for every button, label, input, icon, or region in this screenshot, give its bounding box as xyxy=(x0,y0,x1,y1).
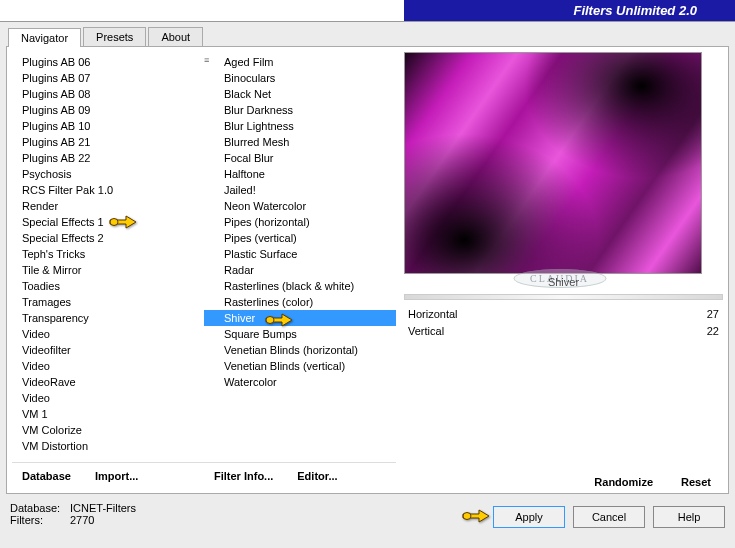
category-item[interactable]: Plugins AB 22 xyxy=(12,150,204,166)
preview-label: Shiver xyxy=(404,274,723,294)
cancel-button[interactable]: Cancel xyxy=(573,506,645,528)
filter-item[interactable]: Watercolor xyxy=(204,374,396,390)
randomize-button[interactable]: Randomize xyxy=(594,476,653,488)
database-button[interactable]: Database xyxy=(22,470,71,482)
filter-item[interactable]: Pipes (vertical) xyxy=(204,230,396,246)
category-item[interactable]: Plugins AB 09 xyxy=(12,102,204,118)
footer-buttons: Apply Cancel Help xyxy=(493,502,725,528)
category-item[interactable]: VideoRave xyxy=(12,374,204,390)
category-list[interactable]: Plugins AB 06Plugins AB 07Plugins AB 08P… xyxy=(12,52,204,462)
filters-count-label: Filters: xyxy=(10,514,70,526)
hand-pointer-icon xyxy=(461,504,491,526)
filter-item[interactable]: Blur Lightness xyxy=(204,118,396,134)
hand-pointer-icon xyxy=(108,210,138,232)
filters-count-value: 2770 xyxy=(70,514,94,526)
filter-item[interactable]: Aged Film xyxy=(204,54,396,70)
category-item[interactable]: VM 1 xyxy=(12,406,204,422)
reset-button[interactable]: Reset xyxy=(681,476,711,488)
filter-item[interactable]: Focal Blur xyxy=(204,150,396,166)
parameter-row[interactable]: Vertical22 xyxy=(404,323,723,340)
category-buttons: Database Import... xyxy=(12,462,204,488)
footer-info: Database: ICNET-Filters Filters: 2770 xyxy=(10,502,136,526)
category-item[interactable]: Tramages xyxy=(12,294,204,310)
main-panel: Plugins AB 06Plugins AB 07Plugins AB 08P… xyxy=(6,46,729,494)
category-item[interactable]: Render xyxy=(12,198,204,214)
category-item[interactable]: Transparency xyxy=(12,310,204,326)
preview-column: Shiver CLAUDIA Horizontal27Vertical22 Ra… xyxy=(396,52,723,488)
parameter-value: 22 xyxy=(707,324,719,339)
filter-item[interactable]: Plastic Surface xyxy=(204,246,396,262)
filter-item[interactable]: Rasterlines (black & white) xyxy=(204,278,396,294)
filter-info-button[interactable]: Filter Info... xyxy=(214,470,273,482)
footer: Database: ICNET-Filters Filters: 2770 Ap… xyxy=(0,494,735,540)
filter-item[interactable]: Blurred Mesh xyxy=(204,134,396,150)
filter-item[interactable]: Radar xyxy=(204,262,396,278)
category-item[interactable]: Plugins AB 08 xyxy=(12,86,204,102)
category-item[interactable]: Psychosis xyxy=(12,166,204,182)
separator xyxy=(404,294,723,300)
category-item[interactable]: Plugins AB 10 xyxy=(12,118,204,134)
filter-item[interactable]: Venetian Blinds (vertical) xyxy=(204,358,396,374)
filter-item[interactable]: Venetian Blinds (horizontal) xyxy=(204,342,396,358)
help-button[interactable]: Help xyxy=(653,506,725,528)
filter-item[interactable]: Blur Darkness xyxy=(204,102,396,118)
category-item[interactable]: VM Distortion xyxy=(12,438,204,454)
filter-item[interactable]: Neon Watercolor xyxy=(204,198,396,214)
tab-navigator[interactable]: Navigator xyxy=(8,28,81,47)
app-title: Filters Unlimited 2.0 xyxy=(573,3,697,18)
database-value: ICNET-Filters xyxy=(70,502,136,514)
category-item[interactable]: Toadies xyxy=(12,278,204,294)
category-item[interactable]: Plugins AB 07 xyxy=(12,70,204,86)
filter-item[interactable]: Halftone xyxy=(204,166,396,182)
filter-item[interactable]: Rasterlines (color) xyxy=(204,294,396,310)
category-item[interactable]: Plugins AB 06 xyxy=(12,54,204,70)
category-item[interactable]: RCS Filter Pak 1.0 xyxy=(12,182,204,198)
parameter-name: Horizontal xyxy=(408,307,458,322)
category-item[interactable]: VM Colorize xyxy=(12,422,204,438)
category-item[interactable]: Video xyxy=(12,390,204,406)
category-item[interactable]: Plugins AB 21 xyxy=(12,134,204,150)
parameter-name: Vertical xyxy=(408,324,444,339)
filter-item[interactable]: Binoculars xyxy=(204,70,396,86)
category-item[interactable]: Special Effects 1 xyxy=(12,214,204,230)
title-bar: Filters Unlimited 2.0 xyxy=(0,0,735,22)
database-label: Database: xyxy=(10,502,70,514)
parameter-row[interactable]: Horizontal27 xyxy=(404,306,723,323)
category-item[interactable]: Video xyxy=(12,358,204,374)
category-column: Plugins AB 06Plugins AB 07Plugins AB 08P… xyxy=(12,52,204,488)
filter-list[interactable]: ≡ Aged FilmBinocularsBlack NetBlur Darkn… xyxy=(204,52,396,462)
filter-item[interactable]: Pipes (horizontal) xyxy=(204,214,396,230)
tab-strip: NavigatorPresetsAbout xyxy=(0,22,735,46)
apply-button[interactable]: Apply xyxy=(493,506,565,528)
category-item[interactable]: Tile & Mirror xyxy=(12,262,204,278)
category-item[interactable]: Video xyxy=(12,326,204,342)
parameter-value: 27 xyxy=(707,307,719,322)
category-item[interactable]: Videofilter xyxy=(12,342,204,358)
category-item[interactable]: Teph's Tricks xyxy=(12,246,204,262)
randomize-reset-row: Randomize Reset xyxy=(404,471,723,488)
parameter-list: Horizontal27Vertical22 xyxy=(404,306,723,340)
editor-button[interactable]: Editor... xyxy=(297,470,337,482)
tab-presets[interactable]: Presets xyxy=(83,27,146,46)
filter-buttons: Filter Info... Editor... xyxy=(204,462,396,488)
category-item[interactable]: Special Effects 2 xyxy=(12,230,204,246)
import-button[interactable]: Import... xyxy=(95,470,138,482)
preview-image xyxy=(404,52,702,274)
filter-item[interactable]: Black Net xyxy=(204,86,396,102)
filter-item[interactable]: Square Bumps xyxy=(204,326,396,342)
filter-item[interactable]: Shiver xyxy=(204,310,396,326)
tab-about[interactable]: About xyxy=(148,27,203,46)
filter-item[interactable]: Jailed! xyxy=(204,182,396,198)
filter-column: ≡ Aged FilmBinocularsBlack NetBlur Darkn… xyxy=(204,52,396,488)
